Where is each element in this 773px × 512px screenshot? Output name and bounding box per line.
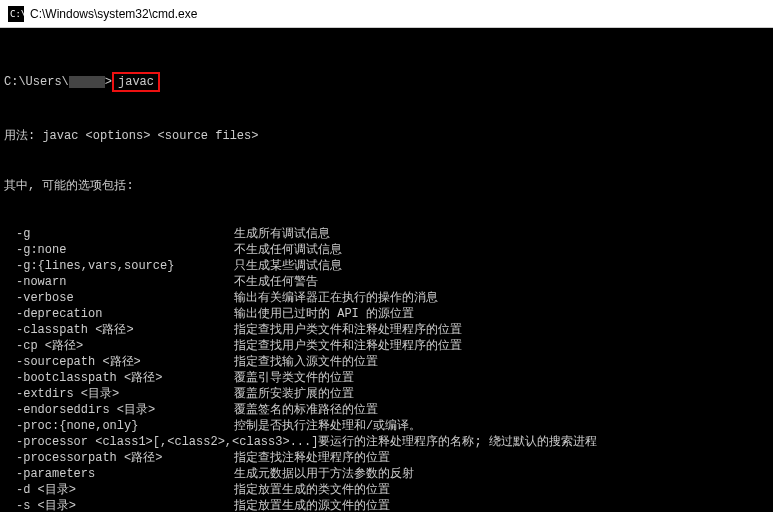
option-row: -d <目录>指定放置生成的类文件的位置: [4, 482, 769, 498]
masked-username: [69, 76, 105, 88]
option-flag: -endorseddirs <目录>: [4, 402, 234, 418]
window-title: C:\Windows\system32\cmd.exe: [30, 7, 197, 21]
option-desc: 指定放置生成的类文件的位置: [234, 482, 769, 498]
option-row: -verbose输出有关编译器正在执行的操作的消息: [4, 290, 769, 306]
option-flag: -parameters: [4, 466, 234, 482]
option-flag: -classpath <路径>: [4, 322, 234, 338]
option-row: -s <目录>指定放置生成的源文件的位置: [4, 498, 769, 512]
option-row: -endorseddirs <目录>覆盖签名的标准路径的位置: [4, 402, 769, 418]
svg-text:C:\: C:\: [10, 9, 24, 19]
option-row: -g:{lines,vars,source}只生成某些调试信息: [4, 258, 769, 274]
option-desc: 生成元数据以用于方法参数的反射: [234, 466, 769, 482]
option-desc: 要运行的注释处理程序的名称; 绕过默认的搜索进程: [318, 434, 769, 450]
option-desc: 覆盖引导类文件的位置: [234, 370, 769, 386]
option-desc: 生成所有调试信息: [234, 226, 769, 242]
intro-line: 其中, 可能的选项包括:: [4, 178, 769, 194]
cmd-icon: C:\: [8, 6, 24, 22]
prompt-suffix: >: [105, 75, 112, 89]
option-flag: -d <目录>: [4, 482, 234, 498]
option-desc: 覆盖签名的标准路径的位置: [234, 402, 769, 418]
command-text: javac: [118, 75, 154, 89]
option-flag: -processorpath <路径>: [4, 450, 234, 466]
option-row: -g:none不生成任何调试信息: [4, 242, 769, 258]
option-desc: 不生成任何警告: [234, 274, 769, 290]
option-flag: -g:{lines,vars,source}: [4, 258, 234, 274]
option-desc: 指定查找用户类文件和注释处理程序的位置: [234, 322, 769, 338]
option-flag: -extdirs <目录>: [4, 386, 234, 402]
option-row: -extdirs <目录>覆盖所安装扩展的位置: [4, 386, 769, 402]
option-desc: 输出使用已过时的 API 的源位置: [234, 306, 769, 322]
option-desc: 指定查找注释处理程序的位置: [234, 450, 769, 466]
option-desc: 输出有关编译器正在执行的操作的消息: [234, 290, 769, 306]
titlebar: C:\ C:\Windows\system32\cmd.exe: [0, 0, 773, 28]
option-flag: -s <目录>: [4, 498, 234, 512]
option-flag: -bootclasspath <路径>: [4, 370, 234, 386]
option-desc: 覆盖所安装扩展的位置: [234, 386, 769, 402]
usage-line: 用法: javac <options> <source files>: [4, 128, 769, 144]
option-desc: 控制是否执行注释处理和/或编译。: [234, 418, 769, 434]
option-desc: 不生成任何调试信息: [234, 242, 769, 258]
option-desc: 指定查找输入源文件的位置: [234, 354, 769, 370]
option-flag: -cp <路径>: [4, 338, 234, 354]
option-desc: 只生成某些调试信息: [234, 258, 769, 274]
prompt-prefix: C:\Users\: [4, 75, 69, 89]
option-row: -processor <class1>[,<class2>,<class3>..…: [4, 434, 769, 450]
option-desc: 指定放置生成的源文件的位置: [234, 498, 769, 512]
option-row: -classpath <路径>指定查找用户类文件和注释处理程序的位置: [4, 322, 769, 338]
option-row: -proc:{none,only}控制是否执行注释处理和/或编译。: [4, 418, 769, 434]
option-row: -g生成所有调试信息: [4, 226, 769, 242]
command-highlight: javac: [112, 72, 160, 92]
option-row: -parameters生成元数据以用于方法参数的反射: [4, 466, 769, 482]
options-list: -g生成所有调试信息-g:none不生成任何调试信息-g:{lines,vars…: [4, 226, 769, 512]
option-flag: -g:none: [4, 242, 234, 258]
option-flag: -sourcepath <路径>: [4, 354, 234, 370]
option-flag: -g: [4, 226, 234, 242]
prompt-line: C:\Users\>javac: [4, 72, 769, 92]
option-flag: -nowarn: [4, 274, 234, 290]
option-row: -nowarn不生成任何警告: [4, 274, 769, 290]
option-row: -bootclasspath <路径>覆盖引导类文件的位置: [4, 370, 769, 386]
option-flag: -deprecation: [4, 306, 234, 322]
option-flag: -proc:{none,only}: [4, 418, 234, 434]
option-flag: -processor <class1>[,<class2>,<class3>..…: [4, 434, 318, 450]
option-row: -cp <路径>指定查找用户类文件和注释处理程序的位置: [4, 338, 769, 354]
terminal[interactable]: C:\Users\>javac 用法: javac <options> <sou…: [0, 28, 773, 512]
option-desc: 指定查找用户类文件和注释处理程序的位置: [234, 338, 769, 354]
option-flag: -verbose: [4, 290, 234, 306]
option-row: -sourcepath <路径>指定查找输入源文件的位置: [4, 354, 769, 370]
option-row: -processorpath <路径>指定查找注释处理程序的位置: [4, 450, 769, 466]
option-row: -deprecation输出使用已过时的 API 的源位置: [4, 306, 769, 322]
